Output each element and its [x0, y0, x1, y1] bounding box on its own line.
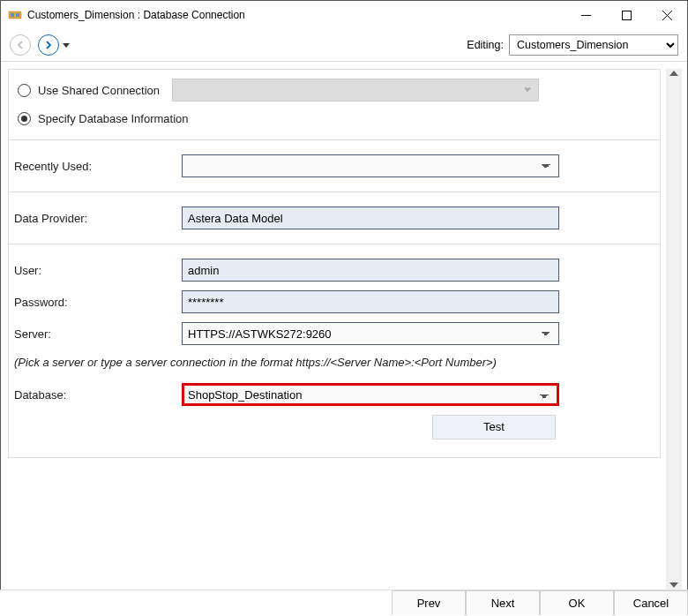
window-title: Customers_Dimension : Database Connectio… — [27, 9, 245, 21]
app-icon — [8, 8, 22, 22]
database-select[interactable]: ShopStop_Destination — [182, 383, 559, 406]
ok-button[interactable]: OK — [540, 590, 614, 615]
radio-use-shared[interactable] — [18, 84, 31, 97]
nav-back-button[interactable] — [10, 34, 31, 56]
user-label: User: — [14, 264, 173, 277]
database-label: Database: — [14, 388, 173, 402]
server-label: Server: — [14, 327, 173, 341]
close-button[interactable] — [647, 1, 687, 29]
editing-label: Editing: — [467, 39, 504, 51]
scroll-down-icon[interactable] — [669, 582, 678, 588]
data-provider-select[interactable]: Astera Data Model — [182, 207, 559, 229]
editing-select[interactable]: Customers_Dimension — [509, 34, 678, 56]
toolbar: Editing: Customers_Dimension — [1, 29, 687, 61]
server-select[interactable]: HTTPS://ASTWKS272:9260 — [182, 322, 559, 345]
cancel-button[interactable]: Cancel — [614, 590, 688, 615]
recently-used-label: Recently Used: — [14, 160, 173, 173]
recently-used-select[interactable] — [182, 154, 559, 177]
svg-rect-2 — [16, 13, 19, 17]
radio-specify-db-label: Specify Database Information — [38, 112, 189, 125]
maximize-button[interactable] — [606, 1, 647, 29]
test-button[interactable]: Test — [432, 415, 556, 439]
nav-history-dropdown-icon[interactable] — [63, 43, 70, 48]
next-button[interactable]: Next — [466, 590, 540, 615]
shared-connection-dropdown[interactable] — [172, 79, 539, 101]
footer: Prev Next OK Cancel — [0, 590, 688, 616]
password-input[interactable] — [182, 290, 559, 313]
prev-button[interactable]: Prev — [392, 590, 466, 615]
data-provider-label: Data Provider: — [14, 212, 173, 225]
nav-forward-button[interactable] — [38, 34, 59, 56]
vertical-scrollbar[interactable] — [666, 69, 682, 590]
radio-specify-db[interactable] — [18, 112, 31, 125]
radio-use-shared-label: Use Shared Connection — [38, 84, 160, 97]
svg-rect-4 — [622, 11, 631, 19]
scroll-up-icon[interactable] — [669, 71, 678, 76]
divider — [1, 61, 687, 62]
titlebar: Customers_Dimension : Database Connectio… — [1, 1, 687, 29]
user-input[interactable] — [182, 259, 559, 282]
svg-rect-1 — [11, 13, 14, 17]
minimize-button[interactable] — [565, 1, 606, 29]
password-label: Password: — [14, 296, 173, 309]
server-hint: (Pick a server or type a server connecti… — [14, 354, 654, 374]
